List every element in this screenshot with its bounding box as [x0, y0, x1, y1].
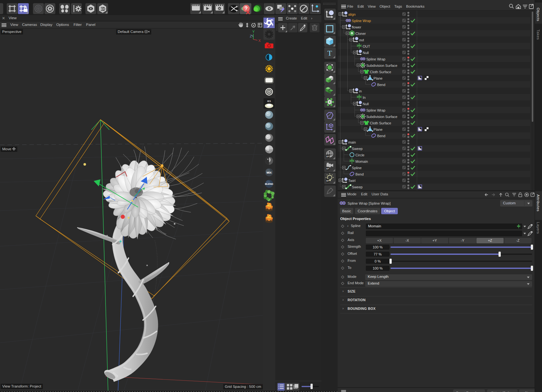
svg-text:Spline: Spline [352, 166, 362, 170]
svg-text:Y: Y [252, 30, 255, 34]
svg-text:Null: Null [363, 51, 369, 55]
svg-text:main: main [348, 140, 356, 144]
svg-text:Z: Z [250, 34, 252, 38]
svg-text:Cloth Surface: Cloth Surface [370, 121, 391, 125]
svg-text:Circle: Circle [356, 153, 365, 157]
svg-text:Bend: Bend [377, 134, 385, 138]
svg-text:Plane: Plane [373, 128, 382, 131]
svg-text:ST: ST [326, 168, 330, 170]
svg-text:ST: ST [326, 155, 330, 158]
svg-text:IES: IES [267, 100, 271, 102]
svg-text:X: X [258, 39, 261, 43]
svg-text:flower: flower [352, 25, 361, 29]
svg-text:Momain: Momain [356, 160, 368, 163]
svg-text:In: In [363, 96, 365, 99]
svg-text:MIX: MIX [266, 171, 271, 174]
svg-text:Cloner: Cloner [356, 32, 366, 35]
svg-text:BLEND: BLEND [265, 183, 273, 185]
svg-text:Sweep: Sweep [352, 185, 363, 189]
svg-text:Bend: Bend [377, 83, 385, 87]
svg-text:Sweep: Sweep [352, 147, 363, 151]
svg-text:OUT: OUT [363, 44, 370, 48]
svg-text:ST: ST [326, 180, 330, 182]
svg-text:in: in [359, 89, 362, 93]
svg-text:align: align [348, 12, 356, 16]
svg-text:?: ? [245, 6, 248, 11]
svg-text:Twirl: Twirl [348, 179, 356, 183]
svg-text:Spline Wrap: Spline Wrap [366, 57, 386, 61]
svg-text:Subdivision Surface: Subdivision Surface [366, 115, 397, 119]
svg-text:out: out [359, 38, 364, 42]
svg-text:Spline Wrap: Spline Wrap [352, 19, 371, 23]
svg-text:Null: Null [363, 102, 369, 106]
svg-text:Bend: Bend [356, 172, 364, 176]
svg-text:Spline Wrap: Spline Wrap [366, 108, 386, 112]
svg-text:T: T [327, 49, 332, 57]
svg-text:Subdivision Surface: Subdivision Surface [366, 64, 397, 67]
svg-text:Cloth Surface: Cloth Surface [370, 70, 391, 74]
svg-text:Plane: Plane [373, 76, 382, 80]
